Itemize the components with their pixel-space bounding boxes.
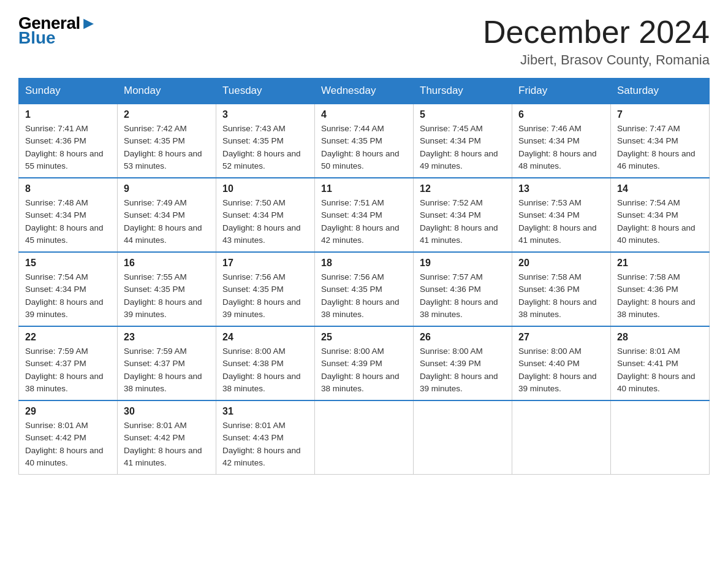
calendar-table: SundayMondayTuesdayWednesdayThursdayFrid… [18,78,710,475]
calendar-cell: 2Sunrise: 7:42 AMSunset: 4:35 PMDaylight… [118,104,216,178]
calendar-cell: 15Sunrise: 7:54 AMSunset: 4:34 PMDayligh… [19,252,118,326]
day-info: Sunrise: 8:01 AMSunset: 4:42 PMDaylight:… [25,419,111,469]
day-info: Sunrise: 8:01 AMSunset: 4:41 PMDaylight:… [617,345,703,395]
day-header-friday: Friday [512,79,611,104]
calendar-cell: 5Sunrise: 7:45 AMSunset: 4:34 PMDaylight… [414,104,512,178]
day-info: Sunrise: 7:59 AMSunset: 4:37 PMDaylight:… [124,345,210,395]
day-number: 24 [222,332,308,343]
day-number: 17 [222,258,308,269]
calendar-cell: 25Sunrise: 8:00 AMSunset: 4:39 PMDayligh… [315,326,414,400]
day-info: Sunrise: 7:43 AMSunset: 4:35 PMDaylight:… [222,123,308,172]
calendar-cell: 6Sunrise: 7:46 AMSunset: 4:34 PMDaylight… [512,104,611,178]
day-number: 12 [420,183,506,194]
week-row-3: 15Sunrise: 7:54 AMSunset: 4:34 PMDayligh… [19,252,710,326]
day-number: 6 [518,109,604,120]
day-number: 2 [124,109,210,120]
location-title: Jibert, Brasov County, Romania [483,52,710,68]
day-header-thursday: Thursday [414,79,512,104]
day-info: Sunrise: 8:00 AMSunset: 4:40 PMDaylight:… [518,345,604,395]
calendar-cell: 20Sunrise: 7:58 AMSunset: 4:36 PMDayligh… [512,252,611,326]
calendar-cell: 24Sunrise: 8:00 AMSunset: 4:38 PMDayligh… [216,326,315,400]
day-number: 11 [321,183,407,194]
calendar-cell: 9Sunrise: 7:49 AMSunset: 4:34 PMDaylight… [118,178,216,252]
day-number: 31 [222,406,308,417]
calendar-cell: 7Sunrise: 7:47 AMSunset: 4:34 PMDaylight… [611,104,710,178]
calendar-cell: 21Sunrise: 7:58 AMSunset: 4:36 PMDayligh… [611,252,710,326]
day-number: 13 [518,183,604,194]
day-number: 30 [124,406,210,417]
calendar-cell [512,400,611,475]
day-number: 5 [420,109,506,120]
day-number: 3 [222,109,308,120]
day-info: Sunrise: 7:54 AMSunset: 4:34 PMDaylight:… [25,271,111,321]
calendar-cell: 17Sunrise: 7:56 AMSunset: 4:35 PMDayligh… [216,252,315,326]
day-info: Sunrise: 7:57 AMSunset: 4:36 PMDaylight:… [420,271,506,321]
day-number: 25 [321,332,407,343]
calendar-cell: 10Sunrise: 7:50 AMSunset: 4:34 PMDayligh… [216,178,315,252]
day-number: 29 [25,406,111,417]
calendar-cell: 28Sunrise: 8:01 AMSunset: 4:41 PMDayligh… [611,326,710,400]
day-number: 1 [25,109,111,120]
calendar-cell: 16Sunrise: 7:55 AMSunset: 4:35 PMDayligh… [118,252,216,326]
logo: General► Blue [18,15,97,47]
day-info: Sunrise: 7:50 AMSunset: 4:34 PMDaylight:… [222,197,308,247]
day-info: Sunrise: 7:41 AMSunset: 4:36 PMDaylight:… [25,123,111,172]
calendar-cell: 26Sunrise: 8:00 AMSunset: 4:39 PMDayligh… [414,326,512,400]
calendar-cell: 30Sunrise: 8:01 AMSunset: 4:42 PMDayligh… [118,400,216,475]
week-row-1: 1Sunrise: 7:41 AMSunset: 4:36 PMDaylight… [19,104,710,178]
day-info: Sunrise: 7:45 AMSunset: 4:34 PMDaylight:… [420,123,506,172]
day-info: Sunrise: 7:55 AMSunset: 4:35 PMDaylight:… [124,271,210,321]
logo-blue-text: Blue [18,29,97,47]
day-info: Sunrise: 7:56 AMSunset: 4:35 PMDaylight:… [321,271,407,321]
calendar-cell: 23Sunrise: 7:59 AMSunset: 4:37 PMDayligh… [118,326,216,400]
calendar-cell: 4Sunrise: 7:44 AMSunset: 4:35 PMDaylight… [315,104,414,178]
day-info: Sunrise: 8:00 AMSunset: 4:39 PMDaylight:… [321,345,407,395]
day-header-tuesday: Tuesday [216,79,315,104]
day-info: Sunrise: 8:00 AMSunset: 4:38 PMDaylight:… [222,345,308,395]
calendar-cell [611,400,710,475]
day-number: 10 [222,183,308,194]
calendar-cell: 18Sunrise: 7:56 AMSunset: 4:35 PMDayligh… [315,252,414,326]
day-info: Sunrise: 7:44 AMSunset: 4:35 PMDaylight:… [321,123,407,172]
day-info: Sunrise: 7:58 AMSunset: 4:36 PMDaylight:… [518,271,604,321]
day-info: Sunrise: 7:52 AMSunset: 4:34 PMDaylight:… [420,197,506,247]
day-info: Sunrise: 7:48 AMSunset: 4:34 PMDaylight:… [25,197,111,247]
day-info: Sunrise: 7:58 AMSunset: 4:36 PMDaylight:… [617,271,703,321]
day-number: 9 [124,183,210,194]
day-info: Sunrise: 7:47 AMSunset: 4:34 PMDaylight:… [617,123,703,172]
day-number: 19 [420,258,506,269]
calendar-cell: 27Sunrise: 8:00 AMSunset: 4:40 PMDayligh… [512,326,611,400]
day-header-saturday: Saturday [611,79,710,104]
day-number: 8 [25,183,111,194]
calendar-cell [315,400,414,475]
day-info: Sunrise: 7:46 AMSunset: 4:34 PMDaylight:… [518,123,604,172]
calendar-cell: 13Sunrise: 7:53 AMSunset: 4:34 PMDayligh… [512,178,611,252]
month-title: December 2024 [483,15,710,50]
day-info: Sunrise: 7:42 AMSunset: 4:35 PMDaylight:… [124,123,210,172]
day-number: 28 [617,332,703,343]
day-info: Sunrise: 8:00 AMSunset: 4:39 PMDaylight:… [420,345,506,395]
day-number: 7 [617,109,703,120]
day-header-sunday: Sunday [19,79,118,104]
day-header-monday: Monday [118,79,216,104]
day-number: 18 [321,258,407,269]
day-info: Sunrise: 7:56 AMSunset: 4:35 PMDaylight:… [222,271,308,321]
calendar-cell [414,400,512,475]
calendar-cell: 11Sunrise: 7:51 AMSunset: 4:34 PMDayligh… [315,178,414,252]
calendar-cell: 14Sunrise: 7:54 AMSunset: 4:34 PMDayligh… [611,178,710,252]
week-row-5: 29Sunrise: 8:01 AMSunset: 4:42 PMDayligh… [19,400,710,475]
day-number: 15 [25,258,111,269]
day-info: Sunrise: 7:49 AMSunset: 4:34 PMDaylight:… [124,197,210,247]
day-number: 21 [617,258,703,269]
page-header: General► Blue December 2024 Jibert, Bras… [18,15,710,68]
week-row-2: 8Sunrise: 7:48 AMSunset: 4:34 PMDaylight… [19,178,710,252]
day-number: 22 [25,332,111,343]
day-number: 20 [518,258,604,269]
day-header-wednesday: Wednesday [315,79,414,104]
day-info: Sunrise: 7:51 AMSunset: 4:34 PMDaylight:… [321,197,407,247]
day-number: 26 [420,332,506,343]
calendar-cell: 19Sunrise: 7:57 AMSunset: 4:36 PMDayligh… [414,252,512,326]
day-info: Sunrise: 8:01 AMSunset: 4:43 PMDaylight:… [222,419,308,469]
calendar-cell: 3Sunrise: 7:43 AMSunset: 4:35 PMDaylight… [216,104,315,178]
day-info: Sunrise: 7:53 AMSunset: 4:34 PMDaylight:… [518,197,604,247]
